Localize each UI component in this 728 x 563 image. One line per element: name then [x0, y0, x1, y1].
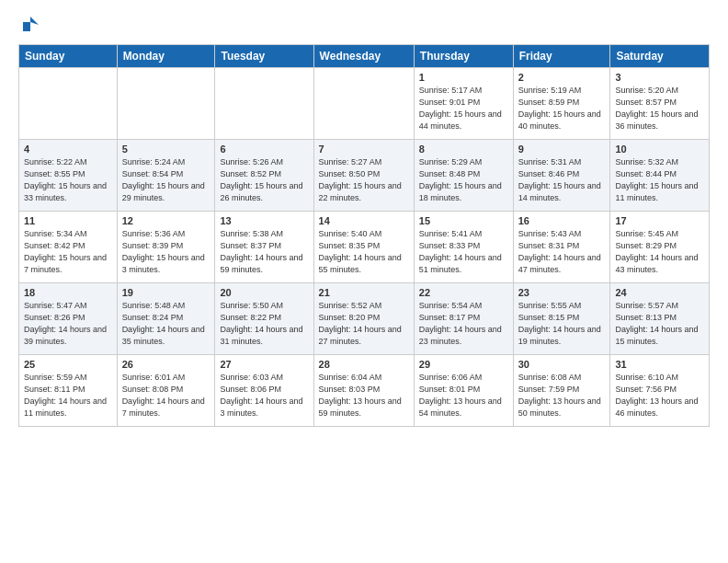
logo [18, 15, 40, 35]
calendar-week-row: 18 Sunrise: 5:47 AMSunset: 8:26 PMDaylig… [19, 283, 710, 355]
day-number: 7 [319, 144, 409, 155]
day-number: 6 [220, 144, 308, 155]
table-row: 13 Sunrise: 5:38 AMSunset: 8:37 PMDaylig… [215, 212, 313, 283]
day-number: 10 [615, 144, 704, 155]
day-number: 3 [615, 72, 704, 83]
day-number: 14 [319, 215, 409, 226]
cell-sunrise: Sunrise: 5:55 AMSunset: 8:15 PMDaylight:… [518, 301, 601, 346]
cell-sunrise: Sunrise: 5:29 AMSunset: 8:48 PMDaylight:… [419, 157, 502, 202]
table-row: 31 Sunrise: 6:10 AMSunset: 7:56 PMDaylig… [610, 355, 710, 427]
cell-sunrise: Sunrise: 5:34 AMSunset: 8:42 PMDaylight:… [24, 229, 107, 274]
cell-sunrise: Sunrise: 5:57 AMSunset: 8:13 PMDaylight:… [615, 301, 698, 346]
cell-sunrise: Sunrise: 5:47 AMSunset: 8:26 PMDaylight:… [24, 301, 107, 346]
table-row: 1 Sunrise: 5:17 AMSunset: 9:01 PMDayligh… [414, 68, 513, 140]
header [18, 15, 710, 35]
day-number: 8 [419, 144, 508, 155]
table-row: 30 Sunrise: 6:08 AMSunset: 7:59 PMDaylig… [513, 355, 610, 427]
cell-sunrise: Sunrise: 5:45 AMSunset: 8:29 PMDaylight:… [615, 229, 698, 274]
cell-sunrise: Sunrise: 5:50 AMSunset: 8:22 PMDaylight:… [220, 301, 302, 346]
day-number: 15 [419, 215, 508, 226]
day-number: 19 [122, 287, 210, 298]
day-number: 29 [419, 359, 508, 370]
day-number: 5 [122, 144, 210, 155]
table-row: 22 Sunrise: 5:54 AMSunset: 8:17 PMDaylig… [414, 283, 513, 355]
logo-icon [20, 15, 40, 35]
table-row: 14 Sunrise: 5:40 AMSunset: 8:35 PMDaylig… [313, 212, 414, 283]
calendar-week-row: 25 Sunrise: 5:59 AMSunset: 8:11 PMDaylig… [19, 355, 710, 427]
col-sunday: Sunday [19, 45, 118, 68]
table-row: 7 Sunrise: 5:27 AMSunset: 8:50 PMDayligh… [313, 140, 414, 212]
cell-sunrise: Sunrise: 5:17 AMSunset: 9:01 PMDaylight:… [419, 86, 502, 131]
day-number: 21 [319, 287, 409, 298]
page: Sunday Monday Tuesday Wednesday Thursday… [0, 0, 728, 438]
day-number: 25 [24, 359, 112, 370]
table-row: 9 Sunrise: 5:31 AMSunset: 8:46 PMDayligh… [513, 140, 610, 212]
table-row: 15 Sunrise: 5:41 AMSunset: 8:33 PMDaylig… [414, 212, 513, 283]
day-number: 23 [518, 287, 606, 298]
day-number: 26 [122, 359, 210, 370]
cell-sunrise: Sunrise: 6:10 AMSunset: 7:56 PMDaylight:… [615, 373, 698, 418]
cell-sunrise: Sunrise: 5:32 AMSunset: 8:44 PMDaylight:… [615, 157, 698, 202]
cell-sunrise: Sunrise: 6:03 AMSunset: 8:06 PMDaylight:… [220, 373, 302, 418]
cell-sunrise: Sunrise: 5:27 AMSunset: 8:50 PMDaylight:… [319, 157, 402, 202]
table-row: 26 Sunrise: 6:01 AMSunset: 8:08 PMDaylig… [117, 355, 215, 427]
cell-sunrise: Sunrise: 5:41 AMSunset: 8:33 PMDaylight:… [419, 229, 502, 274]
col-saturday: Saturday [610, 45, 710, 68]
cell-sunrise: Sunrise: 6:08 AMSunset: 7:59 PMDaylight:… [518, 373, 601, 418]
cell-sunrise: Sunrise: 5:54 AMSunset: 8:17 PMDaylight:… [419, 301, 502, 346]
day-number: 4 [24, 144, 112, 155]
table-row: 8 Sunrise: 5:29 AMSunset: 8:48 PMDayligh… [414, 140, 513, 212]
col-tuesday: Tuesday [215, 45, 313, 68]
day-number: 24 [615, 287, 704, 298]
day-number: 30 [518, 359, 606, 370]
cell-sunrise: Sunrise: 5:26 AMSunset: 8:52 PMDaylight:… [220, 157, 302, 202]
table-row: 23 Sunrise: 5:55 AMSunset: 8:15 PMDaylig… [513, 283, 610, 355]
cell-sunrise: Sunrise: 5:40 AMSunset: 8:35 PMDaylight:… [319, 229, 402, 274]
table-row [313, 68, 414, 140]
cell-sunrise: Sunrise: 5:52 AMSunset: 8:20 PMDaylight:… [319, 301, 402, 346]
day-number: 18 [24, 287, 112, 298]
col-wednesday: Wednesday [313, 45, 414, 68]
day-number: 16 [518, 215, 606, 226]
table-row: 28 Sunrise: 6:04 AMSunset: 8:03 PMDaylig… [313, 355, 414, 427]
table-row: 6 Sunrise: 5:26 AMSunset: 8:52 PMDayligh… [215, 140, 313, 212]
table-row: 24 Sunrise: 5:57 AMSunset: 8:13 PMDaylig… [610, 283, 710, 355]
calendar-table: Sunday Monday Tuesday Wednesday Thursday… [18, 44, 710, 427]
table-row: 10 Sunrise: 5:32 AMSunset: 8:44 PMDaylig… [610, 140, 710, 212]
calendar-week-row: 1 Sunrise: 5:17 AMSunset: 9:01 PMDayligh… [19, 68, 710, 140]
table-row: 3 Sunrise: 5:20 AMSunset: 8:57 PMDayligh… [610, 68, 710, 140]
table-row: 20 Sunrise: 5:50 AMSunset: 8:22 PMDaylig… [215, 283, 313, 355]
table-row [117, 68, 215, 140]
cell-sunrise: Sunrise: 6:01 AMSunset: 8:08 PMDaylight:… [122, 373, 205, 418]
day-number: 22 [419, 287, 508, 298]
table-row: 29 Sunrise: 6:06 AMSunset: 8:01 PMDaylig… [414, 355, 513, 427]
day-number: 12 [122, 215, 210, 226]
col-thursday: Thursday [414, 45, 513, 68]
table-row: 11 Sunrise: 5:34 AMSunset: 8:42 PMDaylig… [19, 212, 118, 283]
calendar-week-row: 11 Sunrise: 5:34 AMSunset: 8:42 PMDaylig… [19, 212, 710, 283]
table-row [19, 68, 118, 140]
table-row: 2 Sunrise: 5:19 AMSunset: 8:59 PMDayligh… [513, 68, 610, 140]
svg-marker-0 [23, 17, 39, 31]
table-row: 12 Sunrise: 5:36 AMSunset: 8:39 PMDaylig… [117, 212, 215, 283]
cell-sunrise: Sunrise: 5:43 AMSunset: 8:31 PMDaylight:… [518, 229, 601, 274]
cell-sunrise: Sunrise: 5:24 AMSunset: 8:54 PMDaylight:… [122, 157, 205, 202]
table-row: 4 Sunrise: 5:22 AMSunset: 8:55 PMDayligh… [19, 140, 118, 212]
cell-sunrise: Sunrise: 5:31 AMSunset: 8:46 PMDaylight:… [518, 157, 601, 202]
cell-sunrise: Sunrise: 6:04 AMSunset: 8:03 PMDaylight:… [319, 373, 402, 418]
table-row: 18 Sunrise: 5:47 AMSunset: 8:26 PMDaylig… [19, 283, 118, 355]
day-number: 13 [220, 215, 308, 226]
day-number: 28 [319, 359, 409, 370]
day-number: 9 [518, 144, 606, 155]
cell-sunrise: Sunrise: 5:59 AMSunset: 8:11 PMDaylight:… [24, 373, 107, 418]
day-number: 1 [419, 72, 508, 83]
table-row: 19 Sunrise: 5:48 AMSunset: 8:24 PMDaylig… [117, 283, 215, 355]
table-row: 25 Sunrise: 5:59 AMSunset: 8:11 PMDaylig… [19, 355, 118, 427]
day-number: 20 [220, 287, 308, 298]
table-row: 27 Sunrise: 6:03 AMSunset: 8:06 PMDaylig… [215, 355, 313, 427]
day-number: 31 [615, 359, 704, 370]
col-monday: Monday [117, 45, 215, 68]
cell-sunrise: Sunrise: 5:48 AMSunset: 8:24 PMDaylight:… [122, 301, 205, 346]
table-row [215, 68, 313, 140]
cell-sunrise: Sunrise: 5:36 AMSunset: 8:39 PMDaylight:… [122, 229, 205, 274]
